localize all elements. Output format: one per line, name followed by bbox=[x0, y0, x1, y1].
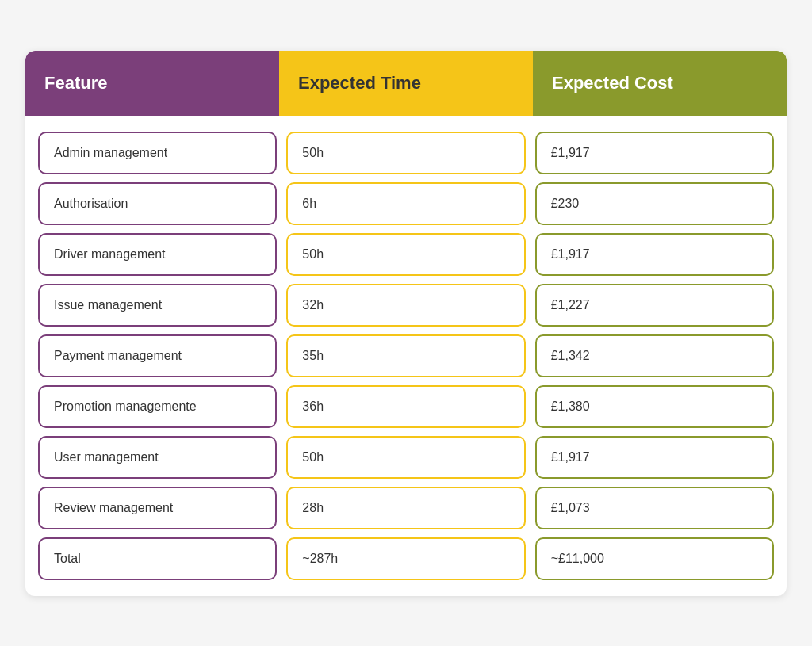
table-row: Review management28h£1,073 bbox=[38, 487, 774, 529]
table-row: Issue management32h£1,227 bbox=[38, 284, 774, 327]
cell-time-7: 28h bbox=[286, 487, 525, 529]
cell-cost-1: £230 bbox=[535, 182, 774, 225]
cell-feature-5: Promotion managemente bbox=[38, 385, 277, 428]
cell-feature-8: Total bbox=[38, 537, 277, 580]
cell-cost-3: £1,227 bbox=[535, 284, 774, 327]
table-body: Admin management50h£1,917Authorisation6h… bbox=[25, 116, 787, 596]
cell-cost-4: £1,342 bbox=[535, 334, 774, 377]
cell-feature-4: Payment management bbox=[38, 334, 277, 377]
cell-time-6: 50h bbox=[286, 436, 525, 479]
cell-time-3: 32h bbox=[286, 284, 525, 327]
table-row: Admin management50h£1,917 bbox=[38, 132, 774, 174]
header-cost: Expected Cost bbox=[533, 51, 787, 116]
header-feature: Feature bbox=[25, 51, 279, 116]
cell-time-0: 50h bbox=[286, 132, 525, 174]
cell-feature-6: User management bbox=[38, 436, 277, 479]
header-time-label: Expected Time bbox=[298, 73, 421, 93]
cell-cost-7: £1,073 bbox=[535, 487, 774, 529]
table-row: Driver management50h£1,917 bbox=[38, 233, 774, 276]
header-feature-label: Feature bbox=[44, 73, 107, 93]
cell-cost-0: £1,917 bbox=[535, 132, 774, 174]
table-row: Total~287h~£11,000 bbox=[38, 537, 774, 580]
cell-cost-2: £1,917 bbox=[535, 233, 774, 276]
cell-time-8: ~287h bbox=[286, 537, 525, 580]
table-header: Feature Expected Time Expected Cost bbox=[25, 51, 787, 116]
main-table: Feature Expected Time Expected Cost Admi… bbox=[25, 51, 787, 596]
cell-cost-5: £1,380 bbox=[535, 385, 774, 428]
table-row: Authorisation6h£230 bbox=[38, 182, 774, 225]
cell-feature-0: Admin management bbox=[38, 132, 277, 174]
cell-cost-6: £1,917 bbox=[535, 436, 774, 479]
cell-time-2: 50h bbox=[286, 233, 525, 276]
table-row: Promotion managemente36h£1,380 bbox=[38, 385, 774, 428]
cell-cost-8: ~£11,000 bbox=[535, 537, 774, 580]
cell-feature-3: Issue management bbox=[38, 284, 277, 327]
cell-feature-7: Review management bbox=[38, 487, 277, 529]
cell-time-5: 36h bbox=[286, 385, 525, 428]
cell-feature-2: Driver management bbox=[38, 233, 277, 276]
cell-feature-1: Authorisation bbox=[38, 182, 277, 225]
cell-time-4: 35h bbox=[286, 334, 525, 377]
header-time: Expected Time bbox=[279, 51, 533, 116]
header-cost-label: Expected Cost bbox=[552, 73, 673, 93]
table-row: User management50h£1,917 bbox=[38, 436, 774, 479]
cell-time-1: 6h bbox=[286, 182, 525, 225]
table-row: Payment management35h£1,342 bbox=[38, 334, 774, 377]
